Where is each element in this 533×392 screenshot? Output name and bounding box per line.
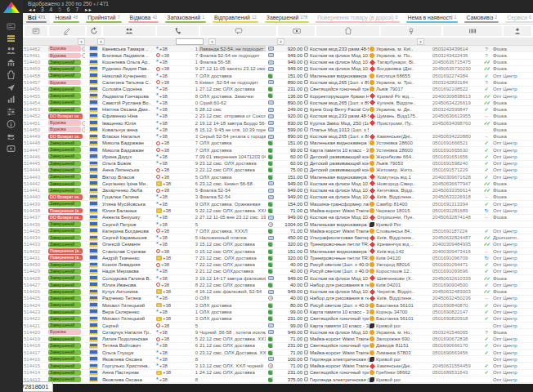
order-row-514445[interactable]: 514445ЗавершенийОльга Божик*+38923.12 см… bbox=[23, 161, 533, 167]
order-comment[interactable]: Чорний ,56-58 , хотела исключ.. bbox=[199, 329, 266, 335]
column-header-status[interactable] bbox=[49, 26, 85, 36]
tab-Завершений[interactable]: Завершений278 bbox=[262, 13, 312, 24]
order-comment[interactable]: 23.12 смс. ОЛХ Доставка. ХХХ.. bbox=[199, 350, 266, 355]
order-comment[interactable]: ОЛХ доставка bbox=[199, 147, 266, 153]
column-header-product[interactable] bbox=[316, 26, 379, 36]
order-row-514430[interactable]: 514430ЗавершенийКсенія Левадняя+38722.12… bbox=[23, 262, 533, 269]
order-comment[interactable]: 23.12 смс. ОЛХ доставка bbox=[199, 161, 266, 167]
order-row-514443[interactable]: 514443ЗавершенийВіктор Власов+385ОЛХ дос… bbox=[23, 174, 533, 180]
page-number-3[interactable]: 3 bbox=[41, 7, 44, 12]
order-row-514428[interactable]: 514428ЗавершенийСолодкова Галина В..*+38… bbox=[23, 275, 533, 282]
page-number-4[interactable]: 4 bbox=[50, 7, 53, 12]
sidebar-item-customers[interactable] bbox=[6, 46, 17, 56]
order-comment[interactable] bbox=[199, 221, 266, 227]
column-header-customer[interactable] bbox=[103, 26, 155, 36]
order-row-514414[interactable]: 514414ЗавершенийАнна Пастернакıc+38124.1… bbox=[23, 370, 533, 376]
sidebar-item-video[interactable] bbox=[6, 144, 17, 154]
order-row-514431[interactable]: 514431Повернення (в..Андрій Ткаченкоıc+3… bbox=[23, 255, 533, 261]
order-row-514421[interactable]: 514421ЗавершенийСергей+38599.00Карта пам… bbox=[23, 323, 533, 329]
order-row-514442[interactable]: 514442ЗавершенийСергіюнко Іріна Ми..ıc+3… bbox=[23, 180, 533, 187]
order-comment[interactable]: 27.12 смс ОЛХ доставка bbox=[199, 87, 266, 92]
order-row-514455[interactable]: 514455ЗавершенийЛюдмила Гончарова*+388ОЛ… bbox=[23, 93, 533, 100]
order-row-514461[interactable]: 514461ВідмоваiБлизнюк Людмила ..+387Фиал… bbox=[23, 52, 533, 59]
order-comment[interactable]: Серый 52-54 уехала с города bbox=[199, 133, 266, 139]
order-row-514426[interactable]: 514426ЗавершенийКучук Антонинаıc+38416.1… bbox=[23, 289, 533, 296]
order-comment[interactable]: ОЛХ доставка bbox=[199, 309, 266, 314]
order-row-514459[interactable]: 514459ЗавершенийРуденко Лидия Пав..+3892… bbox=[23, 66, 533, 73]
order-comment[interactable]: 21.12 смс ОЛХ доставка bbox=[199, 343, 266, 349]
order-row-514422[interactable]: 514422ЗавершенийМихаил Гилецькийıc+383ОЛ… bbox=[23, 316, 533, 323]
order-row-514444[interactable]: 514444ЗавершенийАнна Липенська+38322.12 … bbox=[23, 167, 533, 174]
page-number-6[interactable]: 6 bbox=[67, 7, 70, 12]
tab-Нема в наявності[interactable]: Нема в наявності1 bbox=[403, 13, 462, 24]
order-row-514417[interactable]: 514417ЗавершенийОльга Глущук*+38023.12 с… bbox=[23, 350, 533, 356]
order-row-514452[interactable]: 514452DO Возврат ок..Єфименко Ніна*+3822… bbox=[23, 114, 533, 120]
order-comment[interactable]: 28.12 смс bbox=[199, 106, 266, 112]
sidebar-item-warehouse[interactable] bbox=[6, 58, 17, 68]
tracking-filter-dropdown[interactable]: ▾ bbox=[417, 38, 424, 45]
tab-Відмова[interactable]: Відмова42 bbox=[125, 13, 163, 24]
order-row-514424[interactable]: 514424ЗавершенийМихаил Гилецькийıc+383ОЛ… bbox=[23, 302, 533, 309]
order-row-514439[interactable]: 514439ЗавершенийУляна Мусійовська*+389ОЛ… bbox=[23, 201, 533, 207]
order-comment[interactable]: ОЛХ доставка. ХХХЛ bbox=[199, 228, 266, 234]
sidebar-item-reports[interactable] bbox=[6, 95, 17, 105]
order-row-514453[interactable]: 514453ЗавершенийНікітіна Оксана Дми..*+3… bbox=[23, 106, 533, 113]
price-filter-dropdown[interactable]: ▾ bbox=[277, 38, 284, 45]
order-comment[interactable]: ОЛХ доставка bbox=[199, 316, 266, 322]
page-size-caret-icon[interactable]: ▾ bbox=[93, 2, 96, 7]
sidebar-item-id-card[interactable] bbox=[6, 21, 17, 31]
order-comment[interactable]: Фиалка 52-54 bbox=[199, 194, 266, 200]
column-header-sync[interactable] bbox=[87, 26, 101, 36]
order-row-514434[interactable]: 514434ЗавершенийСергей Карамышев*+385Нал… bbox=[23, 234, 533, 241]
sidebar-item-info[interactable] bbox=[6, 119, 17, 129]
comment-filter-dropdown[interactable]: ▾ bbox=[208, 38, 216, 45]
order-comment[interactable]: 15.12 смс ОЛХ доставка bbox=[199, 248, 266, 254]
order-comment[interactable]: 24.12 смс ОЛХ доставка bbox=[199, 370, 266, 376]
tab-Прийнятий[interactable]: Прийнятий7 bbox=[83, 13, 124, 24]
order-row-514450[interactable]: 514450ВідмоваiКовальчук анна*+38815.12. … bbox=[23, 127, 533, 133]
order-row-514416[interactable]: 514416ЗавершенийЯковлева Оксана*+388100.… bbox=[23, 356, 533, 363]
order-comment[interactable]: 23.12 смс. Кемел 56-58 bbox=[199, 180, 266, 186]
order-comment[interactable]: 22.12 смс ОЛХ доставка. ХХХЛ bbox=[199, 336, 266, 341]
order-comment[interactable]: ОЛХ доставка bbox=[199, 302, 266, 308]
order-comment[interactable]: 15.12 смс ОЛХ доставка bbox=[199, 242, 266, 247]
order-row-514418[interactable]: 514418ЗавершенийТетяна Войтович*+38621.1… bbox=[23, 343, 533, 350]
column-header-price[interactable] bbox=[278, 26, 315, 36]
column-header-address[interactable] bbox=[381, 26, 441, 36]
flag-filter-dropdown[interactable]: ▾ bbox=[97, 38, 105, 45]
order-comment[interactable]: ОЛХ доставка bbox=[199, 174, 266, 180]
column-header-phone[interactable] bbox=[157, 26, 199, 36]
order-comment[interactable]: ОЛХ доставка. Замочки bbox=[199, 93, 266, 99]
order-row-514415[interactable]: 514415ЗавершенийГоргулько Христина..*+38… bbox=[23, 363, 533, 369]
column-header-order-id[interactable] bbox=[25, 26, 47, 36]
order-comment[interactable]: 22.12 смс ОЛХ доставка bbox=[199, 262, 266, 268]
order-comment[interactable]: 22.12 смс ОЛХ доставка bbox=[199, 282, 266, 287]
order-comment[interactable] bbox=[199, 376, 266, 382]
order-comment[interactable]: Фиалка 52-54 bbox=[199, 188, 266, 194]
order-row-514429[interactable]: 514429ЗавершенийНадія Мерзаєва*+38321.12… bbox=[23, 269, 533, 275]
app-logo-icon[interactable] bbox=[3, 2, 20, 13]
order-row-514462[interactable]: 514462ВідмоваiКаневська Тамара ..*+381Ла… bbox=[23, 46, 533, 52]
order-comment[interactable]: ОЛХ доставка. Оранжевая bbox=[199, 201, 266, 207]
order-row-514438[interactable]: 514438Повернення (в..Юлия Баланюкıc+3892… bbox=[23, 207, 533, 214]
order-comment[interactable]: 16.12 смс фіалковий, 52-54 bbox=[199, 289, 266, 295]
order-comment[interactable]: 23.12 смс. отправка от Сокол.. bbox=[199, 114, 266, 119]
order-comment[interactable]: Сірий,60-62 bbox=[199, 100, 266, 105]
order-row-514458[interactable]: 514458ЗавершенийНиколай Кучеренко*+387ОЛ… bbox=[23, 73, 533, 79]
order-row-514423[interactable]: 514423ЗавершенийВера Скляренко*+381ОЛХ д… bbox=[23, 309, 533, 315]
status-filter-dropdown[interactable]: ▾ bbox=[78, 38, 85, 45]
phone-filter-input[interactable] bbox=[176, 38, 204, 45]
column-header-tracking[interactable] bbox=[443, 26, 502, 36]
order-row-514447[interactable]: 514447ЗавершенийМикола Бадражан+387ОЛХ д… bbox=[23, 147, 533, 154]
order-row-514435[interactable]: 514435ЗавершенийКатерина Богданова+387ОЛ… bbox=[23, 228, 533, 234]
order-comment[interactable]: 27.12 11-05 занято 23.12 смс .. bbox=[199, 66, 266, 72]
order-row-514448[interactable]: 514448ЗавершенийМикола Бадражан+387ОЛХ д… bbox=[23, 140, 533, 147]
sidebar-item-settings[interactable] bbox=[6, 107, 17, 117]
tab-Самовивіз[interactable]: Самовивіз2 bbox=[461, 13, 502, 24]
first-page-button[interactable]: ◄◄ bbox=[28, 7, 35, 12]
tab-Повернення товару (в дорозі)[interactable]: Повернення товару (в дорозі)0 bbox=[312, 13, 402, 24]
order-comment[interactable]: 27.12 11-05 вне 23.12 смс. 19 .. bbox=[199, 215, 266, 220]
order-row-514433[interactable]: 514433ЗавершенийОлексій Семанін*+38315.1… bbox=[23, 242, 533, 248]
order-comment[interactable]: Кемел ,52-54 не подходит bbox=[199, 79, 266, 85]
sidebar-item-products[interactable] bbox=[6, 70, 17, 80]
